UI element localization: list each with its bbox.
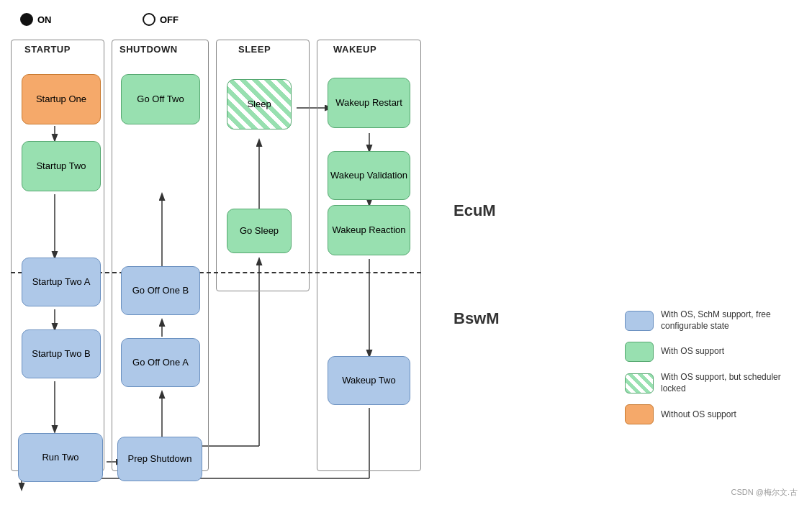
go-off-one-a-state: Go Off One A <box>121 338 200 387</box>
go-off-one-b-state: Go Off One B <box>121 266 200 315</box>
shutdown-label: SHUTDOWN <box>119 44 178 55</box>
legend-text-green: With OS support <box>661 346 724 358</box>
wakeup-two-state: Wakeup Two <box>328 356 410 405</box>
go-off-two-state: Go Off Two <box>121 74 200 124</box>
legend-swatch-hatched <box>625 373 654 393</box>
run-two-state: Run Two <box>18 433 103 482</box>
on-label: ON <box>37 14 52 25</box>
diagram-container: ON OFF STARTUP SHUTDOWN SLEEP WAKEUP Ecu… <box>0 0 812 505</box>
sleep-state: Sleep <box>227 79 292 129</box>
sleep-column: SLEEP <box>216 40 310 291</box>
legend-swatch-green <box>625 342 654 362</box>
legend-item-orange: Without OS support <box>625 404 790 424</box>
bswm-label: BswM <box>454 309 500 328</box>
legend-text-blue: With OS, SchM support, free configurable… <box>661 309 790 332</box>
legend-text-orange: Without OS support <box>661 409 736 421</box>
startup-one-state: Startup One <box>22 74 101 124</box>
legend-item-hatched: With OS support, but scheduler locked <box>625 372 790 394</box>
startup-two-state: Startup Two <box>22 141 101 191</box>
off-dot <box>143 13 155 26</box>
prep-shutdown-state: Prep Shutdown <box>117 437 202 481</box>
legend-item-green: With OS support <box>625 342 790 362</box>
legend-item-blue: With OS, SchM support, free configurable… <box>625 309 790 332</box>
go-sleep-state: Go Sleep <box>227 209 292 253</box>
off-label: OFF <box>160 14 179 25</box>
startup-two-a-state: Startup Two A <box>22 258 101 306</box>
wakeup-restart-state: Wakeup Restart <box>328 78 410 128</box>
startup-label: STARTUP <box>24 44 71 55</box>
wakeup-reaction-state: Wakeup Reaction <box>328 205 410 255</box>
wakeup-label: WAKEUP <box>333 44 376 55</box>
ecum-label: EcuM <box>454 201 496 220</box>
legend-swatch-blue <box>625 311 654 331</box>
legend-text-hatched: With OS support, but scheduler locked <box>661 372 790 394</box>
wakeup-validation-state: Wakeup Validation <box>328 151 410 200</box>
watermark: CSDN @梅尔文.古 <box>731 487 798 498</box>
legend: With OS, SchM support, free configurable… <box>625 309 790 435</box>
sleep-label: SLEEP <box>238 44 271 55</box>
on-indicator: ON <box>20 13 52 26</box>
startup-two-b-state: Startup Two B <box>22 329 101 378</box>
off-indicator: OFF <box>143 13 179 26</box>
legend-swatch-orange <box>625 404 654 424</box>
on-dot <box>20 13 33 26</box>
